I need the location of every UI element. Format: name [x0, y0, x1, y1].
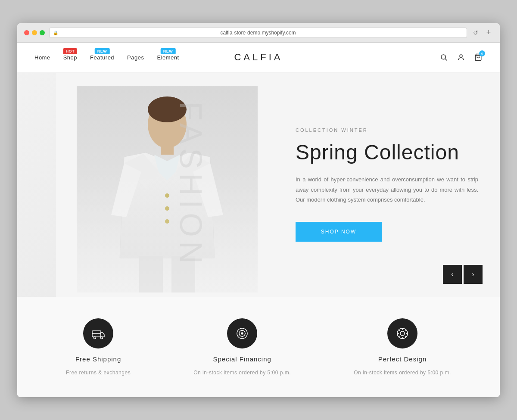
hero-ghost-image: [17, 73, 56, 297]
new-tab-button[interactable]: +: [484, 28, 493, 37]
nav-item-featured[interactable]: NEW Featured: [90, 54, 114, 61]
hero-content: COLLECTION WINTER Spring Collection In a…: [283, 73, 500, 297]
new-badge-element: NEW: [161, 48, 176, 54]
navigation: Home HOT Shop NEW Featured Pages NEW Ele…: [17, 43, 500, 73]
design-subtitle: On in-stock items ordered by 5:00 p.m.: [354, 370, 451, 376]
svg-point-11: [165, 193, 169, 198]
site-logo[interactable]: CALFIA: [234, 52, 283, 63]
nav-link-shop[interactable]: Shop: [63, 54, 77, 61]
feature-financing: Special Financing On in-stock items orde…: [193, 318, 291, 376]
svg-point-0: [441, 55, 446, 59]
svg-rect-14: [92, 331, 101, 337]
nav-icons: 0: [439, 53, 483, 62]
shop-now-button[interactable]: SHOP NOW: [296, 222, 382, 242]
hot-badge: HOT: [63, 48, 78, 54]
hero-description: In a world of hyper-convenience and over…: [296, 174, 478, 205]
url-bar[interactable]: calfia-store-demo.myshopify.com: [49, 28, 467, 38]
svg-point-15: [94, 336, 96, 339]
svg-point-22: [400, 331, 405, 336]
nav-item-home[interactable]: Home: [34, 54, 50, 61]
svg-point-20: [241, 333, 243, 334]
design-icon-circle: [387, 318, 417, 348]
features-section: Free Shipping Free returns & exchanges S…: [17, 297, 500, 397]
design-icon: [396, 327, 409, 340]
site-content: Home HOT Shop NEW Featured Pages NEW Ele…: [17, 43, 500, 397]
nav-links: Home HOT Shop NEW Featured Pages NEW Ele…: [34, 54, 179, 61]
svg-rect-9: [139, 256, 163, 292]
svg-point-2: [460, 55, 462, 57]
dot-close[interactable]: [24, 30, 29, 35]
hero-image-area: FASHION: [17, 73, 283, 297]
svg-point-16: [101, 336, 103, 339]
dot-maximize[interactable]: [40, 30, 45, 35]
next-slide-button[interactable]: ›: [464, 265, 483, 284]
hero-title: Spring Collection: [296, 141, 478, 164]
svg-point-7: [148, 96, 187, 122]
feature-design: Perfect Design On in-stock items ordered…: [354, 318, 451, 376]
refresh-button[interactable]: ↺: [471, 28, 480, 37]
nav-item-shop[interactable]: HOT Shop: [63, 54, 77, 61]
browser-bar: calfia-store-demo.myshopify.com ↺ +: [17, 23, 500, 43]
nav-link-featured[interactable]: Featured: [90, 54, 114, 61]
financing-icon: [235, 327, 249, 340]
financing-icon-circle: [227, 318, 257, 348]
browser-dots: [24, 30, 45, 35]
cart-icon[interactable]: 0: [474, 53, 483, 62]
slider-arrows: ‹ ›: [443, 265, 483, 284]
figure-silhouette: [77, 86, 258, 292]
svg-rect-10: [171, 256, 195, 292]
product-image: [77, 86, 258, 292]
nav-link-pages[interactable]: Pages: [127, 54, 144, 61]
nav-link-home[interactable]: Home: [34, 54, 50, 61]
collection-label: COLLECTION WINTER: [296, 128, 478, 133]
nav-item-element[interactable]: NEW Element: [157, 54, 179, 61]
financing-title: Special Financing: [213, 355, 271, 363]
svg-line-1: [445, 59, 447, 60]
shipping-title: Free Shipping: [75, 355, 121, 363]
svg-point-12: [165, 206, 169, 211]
nav-item-pages[interactable]: Pages: [127, 54, 144, 61]
account-icon[interactable]: [457, 53, 465, 62]
financing-subtitle: On in-stock items ordered by 5:00 p.m.: [193, 370, 291, 376]
hero-section: FASHION COLLECTION WINTER Spring Collect…: [17, 73, 500, 297]
svg-point-13: [165, 219, 169, 224]
shipping-subtitle: Free returns & exchanges: [66, 370, 131, 376]
browser-window: calfia-store-demo.myshopify.com ↺ + Home…: [17, 23, 500, 397]
feature-shipping: Free Shipping Free returns & exchanges: [66, 318, 131, 376]
nav-link-element[interactable]: Element: [157, 54, 179, 61]
design-title: Perfect Design: [378, 355, 427, 363]
prev-slide-button[interactable]: ‹: [443, 265, 462, 284]
search-icon[interactable]: [439, 53, 448, 62]
new-badge-featured: NEW: [95, 48, 110, 54]
shipping-icon-circle: [83, 318, 113, 348]
shipping-icon: [91, 327, 105, 340]
dot-minimize[interactable]: [32, 30, 37, 35]
svg-rect-8: [161, 144, 174, 155]
cart-count-badge: 0: [479, 50, 485, 56]
